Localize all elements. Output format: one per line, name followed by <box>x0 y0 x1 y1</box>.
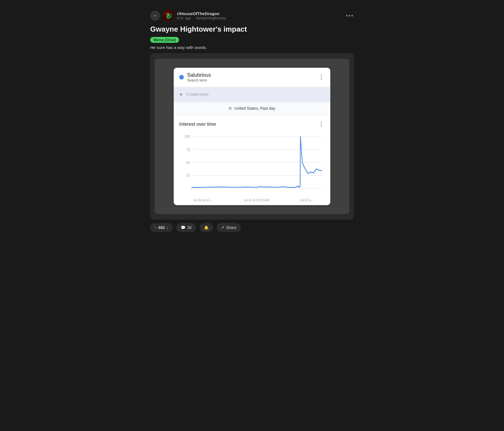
vote-count: 682 <box>158 225 165 230</box>
chart-more-button[interactable]: ⋮ <box>318 121 325 128</box>
filter-text: United States, Past day <box>234 106 275 111</box>
post-meta: 8 hr. ago · fryreportingforduty <box>177 16 226 20</box>
post-image-container: Salubrious Search term ⋮ + COMPARE ≡ Uni… <box>150 53 354 220</box>
comment-button[interactable]: 💬 36 <box>176 223 196 232</box>
image-outer: Salubrious Search term ⋮ + COMPARE ≡ Uni… <box>155 59 349 214</box>
username[interactable]: fryreportingforduty <box>196 16 226 20</box>
chart-title: Interest over time <box>179 121 216 127</box>
comment-count: 36 <box>187 225 192 230</box>
chart-x-labels: Jul 20 at 11:... Jul 21 at 10:12 AM Jul … <box>179 197 325 202</box>
svg-text:50: 50 <box>187 161 190 164</box>
share-button[interactable]: ↗ Share <box>216 223 241 232</box>
back-icon: ← <box>153 13 158 19</box>
svg-text:75: 75 <box>187 148 190 151</box>
subreddit-name[interactable]: r/HouseOfTheDragon <box>177 11 226 16</box>
chart-svg: 100 75 50 25 <box>179 133 325 195</box>
post-container: ← 🐉 r/HouseOfTheDragon 8 hr. ago · fryre… <box>146 6 358 239</box>
chart-area: 100 75 50 25 <box>179 133 325 195</box>
post-title: Gwayne Hightower's impact <box>150 25 354 34</box>
award-icon: 🔔 <box>204 225 209 230</box>
x-label-3: Jul 21 a... <box>300 198 314 202</box>
downvote-icon: ↓ <box>166 225 168 230</box>
search-term-row: Salubrious Search term ⋮ <box>174 68 330 87</box>
svg-text:100: 100 <box>185 135 190 139</box>
header-left: ← 🐉 r/HouseOfTheDragon 8 hr. ago · fryre… <box>150 10 226 21</box>
post-actions: ↑ 682 ↓ 💬 36 🔔 ↗ Share <box>150 221 354 234</box>
search-term-label: Search term <box>187 78 211 82</box>
search-term-dot <box>179 75 184 79</box>
filter-icon: ≡ <box>229 106 232 111</box>
svg-text:25: 25 <box>187 174 190 177</box>
more-options-button[interactable]: ••• <box>346 12 354 19</box>
upvote-icon: ↑ <box>155 225 157 230</box>
google-trends-card: Salubrious Search term ⋮ + COMPARE ≡ Uni… <box>174 68 330 205</box>
subreddit-info: r/HouseOfTheDragon 8 hr. ago · fryreport… <box>177 11 226 20</box>
search-term-more-button[interactable]: ⋮ <box>318 74 325 81</box>
compare-label: COMPARE <box>186 92 209 97</box>
x-label-1: Jul 20 at 11:... <box>193 198 213 202</box>
flair-tag[interactable]: Meme [Show] <box>150 37 179 43</box>
chart-header: Interest over time ⋮ <box>179 121 325 128</box>
vote-button[interactable]: ↑ 682 ↓ <box>150 223 173 232</box>
compare-row[interactable]: + COMPARE <box>174 87 330 102</box>
subreddit-avatar: 🐉 <box>163 10 174 21</box>
x-label-2: Jul 21 at 10:12 AM <box>244 198 269 202</box>
chart-section: Interest over time ⋮ 100 <box>174 115 330 205</box>
post-header: ← 🐉 r/HouseOfTheDragon 8 hr. ago · fryre… <box>150 10 354 21</box>
post-body-text: He sure has a way with words. <box>150 45 354 50</box>
time-ago: 8 hr. ago <box>177 16 191 20</box>
plus-icon: + <box>179 91 183 98</box>
share-label: Share <box>226 225 236 230</box>
search-term-text: Salubrious Search term <box>187 72 211 82</box>
share-icon: ↗ <box>221 225 224 230</box>
comment-icon: 💬 <box>181 225 185 230</box>
filter-row[interactable]: ≡ United States, Past day <box>174 102 330 115</box>
award-button[interactable]: 🔔 <box>199 223 213 232</box>
search-term-left: Salubrious Search term <box>179 72 211 82</box>
search-term-name: Salubrious <box>187 72 211 78</box>
back-button[interactable]: ← <box>150 11 160 21</box>
